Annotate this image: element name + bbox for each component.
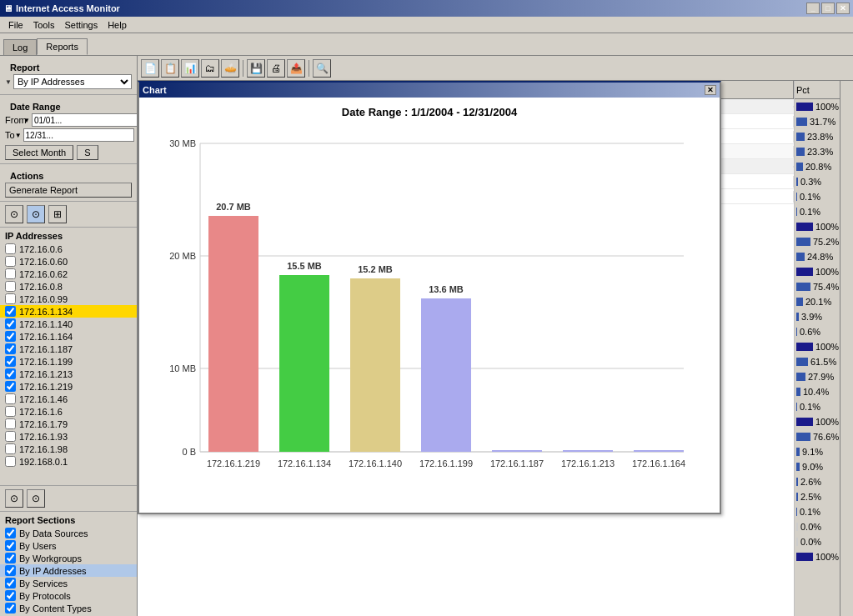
toolbar-btn-print[interactable]: 🖨 [267, 59, 285, 78]
icon-btn-1[interactable]: ⊙ [5, 205, 23, 223]
list-item[interactable]: 172.16.1.140 [0, 318, 137, 330]
dropdown-arrow-icon: ▼ [5, 78, 12, 86]
y-label-0b: 0 B [182, 447, 196, 457]
list-item[interactable]: 172.16.0.62 [0, 268, 137, 280]
bottom-icon-btn-2[interactable]: ⊙ [27, 489, 45, 508]
section-item[interactable]: By Data Sources [0, 527, 137, 539]
s-button[interactable]: S [77, 145, 98, 160]
main-container: Report ▼ By IP Addresses Date Range From… [0, 55, 853, 616]
toolbar-btn-search[interactable]: 🔍 [313, 59, 331, 78]
bottom-icon-btn-1[interactable]: ⊙ [5, 489, 23, 508]
toolbar-btn-folder[interactable]: 🗂 [201, 59, 219, 78]
toolbar-btn-paste[interactable]: 📋 [161, 59, 179, 78]
bar-label-2: 15.5 MB [287, 261, 322, 271]
y-label-30mb: 30 MB [169, 138, 196, 148]
chart-title-label: Chart [143, 85, 167, 95]
list-item[interactable]: 172.16.0.6 [0, 243, 137, 255]
list-item[interactable]: 172.16.1.213 [0, 368, 137, 380]
chart-overlay: Chart ✕ Date Range : 1/1/2004 - 12/31/20… [138, 81, 853, 616]
from-date-input[interactable] [32, 113, 138, 127]
section-item[interactable]: By Services [0, 577, 137, 589]
list-item[interactable]: 172.16.1.164 [0, 330, 137, 343]
list-item[interactable]: 172.16.1.98 [0, 443, 137, 455]
ip-list-section: IP Addresses 172.16.0.6 172.16.0.60 172.… [0, 228, 137, 486]
menu-help[interactable]: Help [103, 18, 132, 32]
actions-header: Actions [5, 168, 132, 183]
chart-close-button[interactable]: ✕ [705, 85, 716, 95]
toolbar-separator [243, 60, 243, 77]
list-item[interactable]: 172.16.1.219 [0, 380, 137, 393]
list-item[interactable]: 172.16.1.6 [0, 405, 137, 418]
section-item[interactable]: By Content Types [0, 602, 137, 614]
ip-addresses-header: IP Addresses [0, 229, 137, 243]
bar-xlabel-1: 172.16.1.219 [207, 458, 260, 468]
toolbar-btn-copy[interactable]: 📄 [141, 59, 159, 78]
menu-bar: File Tools Settings Help [0, 17, 853, 33]
toolbar: 📄 📋 📊 🗂 🥧 💾 🖨 📤 🔍 [138, 56, 853, 81]
to-arrow-icon: ▼ [15, 132, 22, 139]
select-month-button[interactable]: Select Month [5, 145, 73, 160]
menu-tools[interactable]: Tools [28, 18, 60, 32]
toolbar-btn-chart[interactable]: 📊 [181, 59, 199, 78]
tab-log[interactable]: Log [3, 39, 37, 55]
list-item[interactable]: 172.16.1.199 [0, 355, 137, 368]
bar-172-16-1-213 [563, 450, 613, 452]
toolbar-btn-pie[interactable]: 🥧 [221, 59, 239, 78]
report-by-select[interactable]: By IP Addresses [13, 74, 132, 89]
close-button[interactable]: ✕ [836, 3, 850, 14]
toolbar-separator-2 [309, 60, 309, 77]
bar-172-16-1-140 [350, 278, 400, 452]
maximize-button[interactable]: □ [821, 3, 835, 14]
section-item-selected[interactable]: By IP Addresses [0, 564, 137, 577]
tab-bar: Log Reports [0, 33, 853, 55]
minimize-button[interactable]: _ [806, 3, 820, 14]
bar-xlabel-7: 172.16.1.164 [632, 458, 685, 468]
report-sections-area: Report Sections By Data Sources By Users… [0, 512, 137, 616]
actions-section: Actions Generate Report [0, 164, 137, 202]
bar-xlabel-3: 172.16.1.140 [349, 458, 402, 468]
date-range-header: Date Range [5, 98, 132, 113]
list-item[interactable]: 172.16.0.60 [0, 255, 137, 268]
toolbar-btn-save[interactable]: 💾 [247, 59, 265, 78]
bottom-icon-row: ⊙ ⊙ [0, 486, 137, 512]
tab-reports[interactable]: Reports [37, 38, 88, 55]
from-label: From [5, 115, 23, 125]
list-item-selected[interactable]: 172.16.1.134 [0, 305, 137, 318]
bar-172-16-1-164 [634, 450, 684, 452]
bar-label-3: 15.2 MB [358, 264, 393, 274]
window-title: Internet Access Monitor [16, 3, 120, 13]
section-item[interactable]: By Protocols [0, 589, 137, 602]
sidebar: Report ▼ By IP Addresses Date Range From… [0, 56, 138, 616]
list-item[interactable]: 172.16.1.187 [0, 343, 137, 355]
section-item[interactable]: By Workgroups [0, 552, 137, 564]
list-item[interactable]: 172.16.0.99 [0, 293, 137, 305]
list-item[interactable]: 172.16.0.8 [0, 280, 137, 293]
chart-content: Date Range : 1/1/2004 - 12/31/2004 30 MB… [139, 98, 720, 513]
chart-title-bar: Chart ✕ [139, 83, 720, 98]
from-arrow-icon: ▼ [23, 117, 30, 124]
icon-btn-3[interactable]: ⊞ [48, 205, 67, 223]
report-section: Report ▼ By IP Addresses [0, 56, 137, 95]
title-icon: 🖥 [3, 3, 13, 13]
bar-label-4: 13.6 MB [429, 284, 464, 294]
generate-report-button[interactable]: Generate Report [5, 183, 132, 198]
menu-settings[interactable]: Settings [59, 18, 103, 32]
date-range-section: Date Range From ▼ To ▼ Select Month S [0, 95, 137, 164]
chart-window: Chart ✕ Date Range : 1/1/2004 - 12/31/20… [138, 81, 721, 514]
report-header: Report [5, 59, 132, 74]
bar-172-16-1-199 [421, 298, 471, 452]
icon-btn-2[interactable]: ⊙ [27, 205, 45, 223]
to-date-input[interactable] [23, 128, 134, 142]
bar-172-16-1-187 [492, 450, 542, 452]
menu-file[interactable]: File [3, 18, 28, 32]
list-item[interactable]: 172.16.1.79 [0, 418, 137, 430]
list-item[interactable]: 192.168.0.1 [0, 455, 137, 468]
list-item[interactable]: 172.16.1.46 [0, 393, 137, 405]
section-item[interactable]: By Users [0, 539, 137, 552]
list-item[interactable]: 172.16.1.93 [0, 430, 137, 443]
toolbar-btn-export[interactable]: 📤 [287, 59, 305, 78]
to-label: To [5, 130, 15, 140]
y-label-20mb: 20 MB [169, 251, 196, 261]
report-sections-header: Report Sections [0, 513, 137, 527]
bar-xlabel-5: 172.16.1.187 [490, 458, 544, 468]
